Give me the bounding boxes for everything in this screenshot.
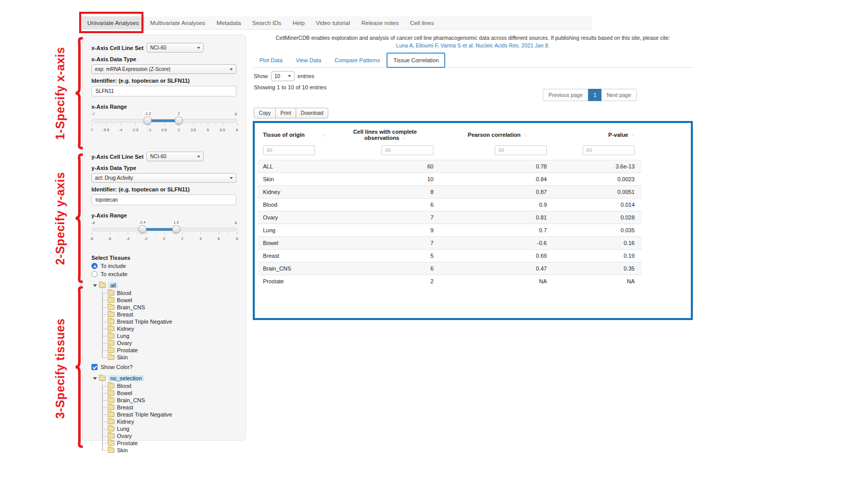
tree-root-all[interactable]: all xyxy=(92,281,236,289)
tree-item-label: Ovary xyxy=(117,340,132,346)
nav-tab-multivariate-analyses[interactable]: Multivariate Analyses xyxy=(144,16,211,29)
x-axis-data-type-select[interactable]: exp: mRNA Expression (Z-Score) xyxy=(91,64,236,74)
print-button[interactable]: Print xyxy=(275,108,296,118)
download-button[interactable]: Download xyxy=(296,108,328,118)
citation-link[interactable]: Luna A, Elloumi F, Varma S et al. Nuclei… xyxy=(253,42,693,48)
table-row-all[interactable]: ALL600.783.6e-13 xyxy=(258,160,642,173)
tab-tissue-correlation[interactable]: Tissue Correlation xyxy=(387,53,445,68)
tree-item-blood[interactable]: Blood xyxy=(99,382,236,389)
tree-item-ovary[interactable]: Ovary xyxy=(99,432,236,440)
tree-item-lung[interactable]: Lung xyxy=(99,332,236,339)
column-header-tissue-of-origin[interactable]: Tissue of origin↑↓ xyxy=(258,125,329,144)
filter-input-cell-lines-with-complete-observations[interactable] xyxy=(381,145,433,155)
folder-icon xyxy=(108,326,114,331)
nav-tab-help[interactable]: Help xyxy=(287,16,310,29)
table-row-blood[interactable]: Blood60.90.014 xyxy=(258,199,642,211)
slider-handle-from[interactable] xyxy=(143,116,152,125)
table-row-breast[interactable]: Breast50.690.19 xyxy=(258,250,642,262)
entries-per-page-value: 10 xyxy=(275,74,280,79)
y-axis-data-type-value: act: Drug Activity xyxy=(95,175,133,181)
tree-root-no-selection[interactable]: no_selection xyxy=(92,374,236,382)
pagination: Previous page 1 Next page xyxy=(543,89,637,101)
tree-item-ovary[interactable]: Ovary xyxy=(99,339,236,347)
sort-icon[interactable]: ↑↓ xyxy=(322,133,326,138)
tree-item-breast-triple-negative[interactable]: Breast Triple Negative xyxy=(99,411,236,418)
tissues-exclude-radio[interactable]: To exclude xyxy=(91,271,236,277)
filter-input-pearson-correlation[interactable] xyxy=(495,145,547,155)
tree-item-kidney[interactable]: Kidney xyxy=(99,418,236,425)
tree-item-prostate[interactable]: Prostate xyxy=(99,440,236,447)
slider-handle-to[interactable] xyxy=(175,116,183,125)
previous-page-button[interactable]: Previous page xyxy=(543,89,588,101)
tree-item-breast[interactable]: Breast xyxy=(99,404,236,411)
tree-item-bowel[interactable]: Bowel xyxy=(99,389,236,397)
table-row-ovary[interactable]: Ovary70.810.028 xyxy=(258,211,642,224)
slider-tick-label: -6 xyxy=(108,236,111,241)
current-page-button[interactable]: 1 xyxy=(588,89,601,101)
copy-button[interactable]: Copy xyxy=(254,108,276,118)
y-axis-identifier-input[interactable] xyxy=(91,194,236,205)
sort-icon[interactable]: ↑↓ xyxy=(523,133,527,138)
cell-pearson: NA xyxy=(441,275,554,288)
tree-item-blood[interactable]: Blood xyxy=(99,289,236,297)
table-row-skin[interactable]: Skin100.840.0023 xyxy=(258,173,642,186)
entries-per-page-select[interactable]: 10 xyxy=(271,71,295,81)
x-axis-identifier-input[interactable] xyxy=(91,86,236,96)
tree-item-skin[interactable]: Skin xyxy=(99,354,236,361)
tree-item-breast-triple-negative[interactable]: Breast Triple Negative xyxy=(99,318,236,325)
cell-pearson: 0.84 xyxy=(441,173,554,186)
nav-tab-video-tutorial[interactable]: Video tutorial xyxy=(310,16,356,29)
tree-item-prostate[interactable]: Prostate xyxy=(99,347,236,354)
tab-view-data[interactable]: View Data xyxy=(289,53,328,67)
x-axis-cell-line-set-value: NCI-60 xyxy=(150,45,166,51)
tab-compare-patterns[interactable]: Compare Patterns xyxy=(328,53,387,67)
tree-item-brain-cns[interactable]: Brain_CNS xyxy=(99,397,236,404)
column-header-label: Pearson correlation xyxy=(468,132,520,138)
sort-icon[interactable]: ↑↓ xyxy=(402,136,406,141)
tissues-include-radio[interactable]: To include xyxy=(91,263,236,269)
tree-item-lung[interactable]: Lung xyxy=(99,425,236,432)
slider-tick-label: 8 xyxy=(236,236,238,241)
tab-plot-data[interactable]: Plot Data xyxy=(253,53,289,67)
sort-icon[interactable]: ↑↓ xyxy=(632,133,635,138)
table-row-bowel[interactable]: Bowel7-0.60.16 xyxy=(258,237,642,250)
tree-item-breast[interactable]: Breast xyxy=(99,311,236,318)
nav-tab-cell-lines[interactable]: Cell lines xyxy=(404,16,440,29)
tree-item-label: Lung xyxy=(117,333,129,339)
cell-pearson: 0.69 xyxy=(441,250,554,262)
slider-from-value: -1.2 xyxy=(143,111,152,116)
tissues-include-label: To include xyxy=(101,263,126,269)
tree-item-brain-cns[interactable]: Brain_CNS xyxy=(99,304,236,311)
x-axis-range-slider[interactable]: -78-7-5.5-4-2.5-10.523.556.58-1.22 xyxy=(91,112,237,136)
next-page-button[interactable]: Next page xyxy=(601,89,637,101)
column-header-p-value[interactable]: P-value↑↓ xyxy=(554,125,642,144)
table-row-lung[interactable]: Lung90.70.035 xyxy=(258,224,642,237)
y-axis-data-type-select[interactable]: act: Drug Activity xyxy=(91,173,236,183)
table-header-row: Tissue of origin↑↓Cell lines with comple… xyxy=(258,125,642,144)
slider-to-value: 1.3 xyxy=(172,220,179,225)
table-row-prostate[interactable]: Prostate2NANA xyxy=(258,275,642,288)
nav-tab-metadata[interactable]: Metadata xyxy=(211,16,247,29)
table-row-brain-cns[interactable]: Brain_CNS60.470.35 xyxy=(258,262,642,275)
table-row-kidney[interactable]: Kidney80.870.0051 xyxy=(258,186,642,199)
slider-tick-label: -1 xyxy=(148,128,152,132)
tree-item-bowel[interactable]: Bowel xyxy=(99,297,236,304)
show-color-checkbox[interactable]: Show Color? xyxy=(91,364,236,370)
filter-input-tissue-of-origin[interactable] xyxy=(263,145,315,155)
column-header-pearson-correlation[interactable]: Pearson correlation↑↓ xyxy=(441,125,554,144)
slider-handle-to[interactable] xyxy=(172,225,180,233)
cell-p-value: 0.19 xyxy=(554,250,642,262)
nav-tab-search-ids[interactable]: Search IDs xyxy=(247,16,287,29)
tree-item-skin[interactable]: Skin xyxy=(99,447,236,454)
tree-item-kidney[interactable]: Kidney xyxy=(99,325,236,332)
y-axis-cell-line-set-select[interactable]: NCI-60 xyxy=(147,152,204,161)
x-axis-cell-line-set-select[interactable]: NCI-60 xyxy=(147,43,204,53)
slider-tick-label: 6 xyxy=(218,236,220,241)
slider-tick-mark xyxy=(106,124,107,126)
y-axis-range-slider[interactable]: -88-8-6-4-202468-2.41.3 xyxy=(91,221,237,245)
nav-tab-release-notes[interactable]: Release notes xyxy=(355,16,404,29)
column-header-cell-lines-with-complete-observations[interactable]: Cell lines with complete observations↑↓ xyxy=(329,125,441,144)
slider-tick-mark xyxy=(223,124,223,126)
slider-handle-from[interactable] xyxy=(138,225,147,233)
filter-input-p-value[interactable] xyxy=(583,145,635,155)
